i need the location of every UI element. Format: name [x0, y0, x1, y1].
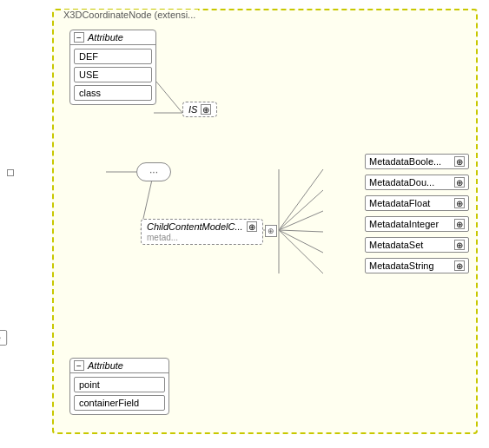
metadata-nodes: MetadataBoole... ⊕ MetadataDou... ⊕ Meta… [365, 154, 469, 273]
attr-top-collapse-icon[interactable]: − [74, 32, 84, 43]
attr-top-items: DEF USE class [70, 45, 155, 104]
attr-use[interactable]: USE [74, 67, 152, 82]
attr-bottom-items: point containerField [70, 373, 169, 414]
metadata-integer[interactable]: MetadataInteger ⊕ [365, 216, 469, 232]
metadata-float-label: MetadataFloat [369, 198, 430, 208]
metadata-dou-label: MetadataDou... [369, 177, 434, 188]
metadata-set[interactable]: MetadataSet ⊕ [365, 237, 469, 253]
coordinate-node[interactable]: Coordinate [0, 330, 7, 346]
attr-box-bottom: − Attribute point containerField [69, 358, 169, 415]
metadata-dou-icon[interactable]: ⊕ [454, 177, 465, 188]
attr-point[interactable]: point [74, 377, 165, 392]
attr-box-bottom-header: − Attribute [70, 359, 169, 373]
attr-box-top-header: − Attribute [70, 30, 155, 45]
metadata-integer-label: MetadataInteger [369, 219, 439, 229]
child-content-node[interactable]: ChildContentModelC... ⊕ metad... [141, 219, 263, 245]
is-label: IS [188, 104, 197, 115]
ellipsis-label: ··· [149, 166, 158, 178]
coordinate-label: Coordinate [0, 333, 1, 343]
metadata-boole[interactable]: MetadataBoole... ⊕ [365, 154, 469, 169]
outer-title: X3DCoordinateNode (extensi... [61, 10, 198, 20]
metadata-set-label: MetadataSet [369, 240, 423, 250]
svg-line-8 [279, 230, 323, 232]
attr-def[interactable]: DEF [74, 49, 152, 64]
attr-box-top: − Attribute DEF USE class [69, 30, 156, 105]
svg-line-9 [279, 230, 323, 253]
metadata-integer-icon[interactable]: ⊕ [454, 219, 465, 229]
is-expand-icon[interactable]: ⊕ [201, 104, 211, 115]
svg-line-6 [279, 190, 323, 230]
outer-container: X3DCoordinateNode (extensi... [52, 9, 478, 434]
metadata-boole-icon[interactable]: ⊕ [454, 156, 465, 167]
metadata-string-icon[interactable]: ⊕ [454, 260, 465, 271]
metadata-boole-label: MetadataBoole... [369, 156, 441, 167]
child-content-inner: ChildContentModelC... ⊕ [147, 221, 257, 232]
metadata-string[interactable]: MetadataString ⊕ [365, 258, 469, 273]
svg-line-10 [279, 230, 323, 273]
metadata-set-icon[interactable]: ⊕ [454, 240, 465, 250]
coordinate-port [7, 169, 14, 176]
metadata-string-label: MetadataString [369, 260, 434, 271]
metadata-dou[interactable]: MetadataDou... ⊕ [365, 175, 469, 190]
svg-line-5 [279, 169, 323, 230]
attr-bottom-collapse-icon[interactable]: − [74, 360, 84, 371]
attr-class[interactable]: class [74, 85, 152, 101]
child-content-expand-icon[interactable]: ⊕ [247, 221, 257, 232]
attr-top-label: Attribute [88, 32, 123, 43]
child-connector-sq: ⊕ [265, 225, 277, 237]
is-node[interactable]: IS ⊕ [182, 102, 217, 117]
metadata-float-icon[interactable]: ⊕ [454, 198, 465, 208]
attr-bottom-label: Attribute [88, 360, 123, 371]
child-content-label: ChildContentModelC... [147, 221, 243, 232]
svg-line-7 [279, 211, 323, 230]
svg-line-0 [156, 82, 182, 113]
attr-container-field[interactable]: containerField [74, 395, 165, 411]
metadata-float[interactable]: MetadataFloat ⊕ [365, 195, 469, 211]
main-canvas: Coordinate X3DCoordinateNode (extensi... [0, 0, 489, 448]
ellipsis-node[interactable]: ··· [136, 162, 171, 181]
child-meta-label: metad... [147, 233, 257, 242]
